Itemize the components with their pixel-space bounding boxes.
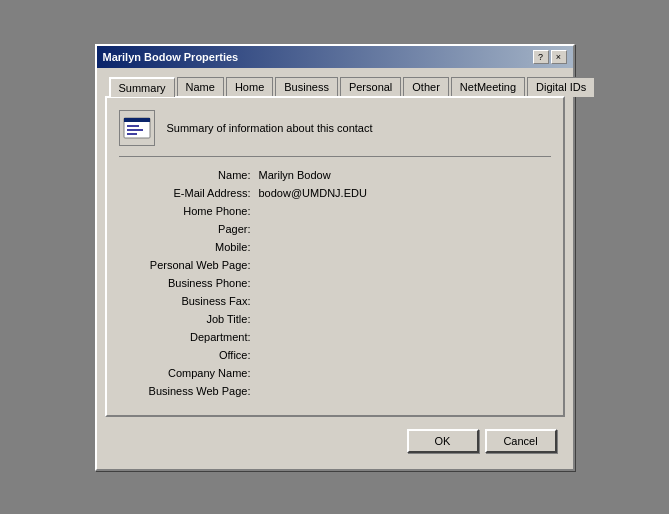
field-row-11: Company Name: — [119, 367, 551, 379]
field-row-8: Job Title: — [119, 313, 551, 325]
summary-description: Summary of information about this contac… — [167, 122, 373, 134]
title-bar: Marilyn Bodow Properties ? × — [97, 46, 573, 68]
field-row-0: Name:Marilyn Bodow — [119, 169, 551, 181]
field-label-1: E-Mail Address: — [119, 187, 259, 199]
help-button[interactable]: ? — [533, 50, 549, 64]
tab-bar: SummaryNameHomeBusinessPersonalOtherNetM… — [105, 76, 565, 96]
field-label-2: Home Phone: — [119, 205, 259, 217]
tab-business[interactable]: Business — [275, 77, 338, 97]
field-label-8: Job Title: — [119, 313, 259, 325]
window-title: Marilyn Bodow Properties — [103, 51, 239, 63]
summary-header: Summary of information about this contac… — [119, 110, 551, 157]
field-row-2: Home Phone: — [119, 205, 551, 217]
svg-rect-1 — [124, 118, 150, 122]
close-button[interactable]: × — [551, 50, 567, 64]
field-row-3: Pager: — [119, 223, 551, 235]
tab-personal[interactable]: Personal — [340, 77, 401, 97]
tab-home[interactable]: Home — [226, 77, 273, 97]
field-label-0: Name: — [119, 169, 259, 181]
field-label-9: Department: — [119, 331, 259, 343]
field-value-1: bodow@UMDNJ.EDU — [259, 187, 367, 199]
field-row-10: Office: — [119, 349, 551, 361]
field-row-1: E-Mail Address:bodow@UMDNJ.EDU — [119, 187, 551, 199]
field-label-10: Office: — [119, 349, 259, 361]
field-row-7: Business Fax: — [119, 295, 551, 307]
field-row-9: Department: — [119, 331, 551, 343]
field-row-4: Mobile: — [119, 241, 551, 253]
tab-other[interactable]: Other — [403, 77, 449, 97]
ok-button[interactable]: OK — [407, 429, 479, 453]
tab-summary[interactable]: Summary — [109, 77, 175, 97]
field-label-4: Mobile: — [119, 241, 259, 253]
window-content: SummaryNameHomeBusinessPersonalOtherNetM… — [97, 68, 573, 469]
field-label-11: Company Name: — [119, 367, 259, 379]
field-row-5: Personal Web Page: — [119, 259, 551, 271]
field-label-12: Business Web Page: — [119, 385, 259, 397]
title-bar-buttons: ? × — [533, 50, 567, 64]
field-label-5: Personal Web Page: — [119, 259, 259, 271]
field-label-7: Business Fax: — [119, 295, 259, 307]
field-label-3: Pager: — [119, 223, 259, 235]
field-label-6: Business Phone: — [119, 277, 259, 289]
field-value-0: Marilyn Bodow — [259, 169, 331, 181]
tab-panel-summary: Summary of information about this contac… — [105, 96, 565, 417]
tab-digital-ids[interactable]: Digital IDs — [527, 77, 595, 97]
properties-dialog: Marilyn Bodow Properties ? × SummaryName… — [95, 44, 575, 471]
fields-table: Name:Marilyn BodowE-Mail Address:bodow@U… — [119, 169, 551, 397]
cancel-button[interactable]: Cancel — [485, 429, 557, 453]
contact-icon — [119, 110, 155, 146]
dialog-buttons: OK Cancel — [105, 421, 565, 461]
field-row-6: Business Phone: — [119, 277, 551, 289]
tab-name[interactable]: Name — [177, 77, 224, 97]
field-row-12: Business Web Page: — [119, 385, 551, 397]
tab-netmeeting[interactable]: NetMeeting — [451, 77, 525, 97]
